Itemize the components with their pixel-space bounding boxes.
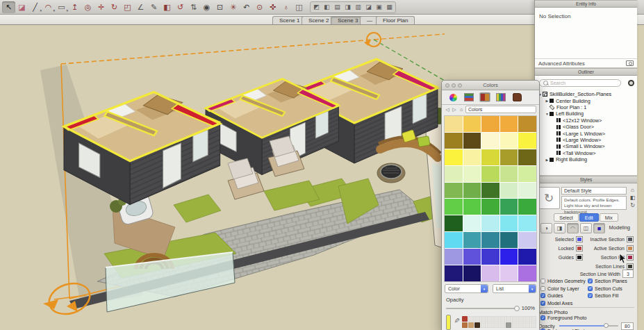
recent-color-well[interactable] [499, 322, 505, 328]
recent-color-well[interactable] [525, 316, 530, 322]
recent-color-well[interactable] [474, 316, 480, 322]
modeling-settings-icon[interactable]: ■ [593, 223, 605, 233]
color-swatch[interactable] [481, 116, 499, 132]
recent-color-well[interactable] [518, 322, 524, 328]
color-swatch[interactable] [445, 149, 463, 165]
color-swatch[interactable] [463, 199, 481, 215]
color-row-swatch[interactable] [576, 254, 583, 261]
color-swatch[interactable] [481, 215, 499, 231]
checkbox-checked[interactable]: ✓ [540, 301, 545, 306]
zoom-tool[interactable]: ◉ [200, 1, 213, 13]
color-swatch[interactable] [445, 133, 463, 149]
color-swatch[interactable] [481, 265, 499, 281]
color-sliders-icon[interactable] [463, 92, 474, 102]
list-dropdown[interactable]: List▾ [493, 284, 536, 293]
outliner-filter-icon[interactable] [628, 80, 634, 86]
color-swatch[interactable] [500, 249, 518, 265]
watermark-settings-icon[interactable]: ◫ [580, 223, 592, 233]
outliner-item[interactable]: ▶Center Building [535, 97, 637, 104]
view-bottom-tool[interactable]: ▣ [374, 3, 384, 12]
styles-tab-mix[interactable]: Mix [600, 213, 618, 222]
select-tool[interactable]: ↖ [2, 1, 15, 13]
color-row-swatch[interactable] [627, 236, 634, 242]
paint-style-icon[interactable]: ◧ [629, 195, 636, 201]
recent-color-well[interactable] [531, 316, 536, 322]
scale-tool[interactable]: ◰ [121, 1, 134, 13]
view-top-tool[interactable]: ◧ [322, 3, 332, 12]
checkbox-checked[interactable]: ✓ [540, 293, 545, 298]
color-swatch[interactable] [518, 232, 536, 248]
position-camera-tool[interactable]: ⊙ [253, 1, 266, 13]
advanced-attributes-label[interactable]: Advanced Attributes [538, 60, 585, 67]
checkbox-checked[interactable]: ✓ [588, 286, 593, 291]
scene-tab-floor-plan[interactable]: Floor Plan [376, 16, 415, 24]
recent-color-well[interactable] [487, 322, 493, 328]
recent-color-well[interactable] [512, 316, 518, 322]
palette-back-icon[interactable]: ◁ [445, 107, 450, 113]
outliner-item[interactable]: Floor Plan : 1 [535, 104, 637, 110]
close-icon[interactable] [445, 83, 449, 88]
view-left-tool[interactable]: ◪ [363, 3, 374, 12]
color-swatch[interactable] [518, 149, 536, 165]
section-plane-tool[interactable]: ◫ [292, 1, 306, 13]
expander-icon[interactable]: ▶ [545, 158, 550, 162]
color-swatch[interactable] [445, 249, 463, 265]
color-swatch[interactable] [481, 199, 499, 215]
expander-icon[interactable]: ▶ [545, 99, 550, 103]
outliner-item[interactable]: ▶Right Building [535, 156, 637, 163]
color-swatch[interactable] [500, 116, 518, 132]
zoom-extents-tool[interactable]: ✳ [226, 1, 240, 13]
color-swatch[interactable] [500, 215, 518, 231]
line-tool[interactable]: ╱▾ [28, 1, 42, 13]
crayons-icon[interactable] [511, 92, 522, 102]
recent-color-well[interactable] [506, 316, 511, 322]
color-swatch[interactable] [445, 265, 463, 281]
color-swatch[interactable] [445, 215, 463, 231]
color-swatch[interactable] [481, 166, 499, 182]
color-swatch[interactable] [463, 166, 481, 182]
slider-knob[interactable] [604, 323, 609, 328]
recent-color-well[interactable] [499, 316, 505, 322]
pan-tool[interactable]: ⇅ [187, 1, 200, 13]
style-thumbnail[interactable]: ↻ [538, 187, 560, 209]
color-swatch[interactable] [463, 133, 481, 149]
color-swatch[interactable] [463, 232, 481, 248]
advanced-attributes-toggle-icon[interactable] [626, 60, 634, 66]
recent-color-well[interactable] [512, 322, 518, 328]
color-swatch[interactable] [500, 199, 518, 215]
color-row-swatch[interactable] [627, 263, 634, 270]
opacity-slider[interactable] [446, 308, 519, 309]
view-back-tool[interactable]: ▥ [353, 3, 363, 12]
checkbox-checked[interactable]: ✓ [588, 279, 593, 283]
previous-view-tool[interactable]: ↶ [240, 1, 253, 13]
color-swatch[interactable] [463, 116, 481, 132]
section-line-width-field[interactable]: 3 [622, 270, 634, 278]
opacity-knob[interactable] [514, 306, 520, 311]
color-swatch[interactable] [463, 265, 481, 281]
color-swatch[interactable] [481, 183, 499, 199]
recent-color-well[interactable] [493, 322, 499, 328]
current-color-swatch[interactable] [446, 315, 451, 330]
recent-color-well[interactable] [506, 322, 511, 328]
color-swatch[interactable] [463, 183, 481, 199]
outliner-item[interactable]: <12x12 Window> [535, 117, 637, 124]
edge-settings-icon[interactable]: ◑ [540, 223, 552, 233]
detach-style-icon[interactable]: ⌂ [629, 187, 636, 193]
recent-color-well[interactable] [518, 316, 524, 322]
face-settings-icon[interactable]: ◨ [554, 223, 565, 233]
colors-titlebar[interactable]: Colors [442, 81, 539, 90]
color-swatch[interactable] [481, 249, 499, 265]
color-swatch[interactable] [500, 149, 518, 165]
view-iso-tool[interactable]: ◩ [311, 3, 322, 12]
color-swatch[interactable] [518, 183, 536, 199]
opacity-value-field[interactable]: 80 [621, 322, 634, 330]
outliner-item[interactable]: <Large L Window> [535, 130, 637, 136]
outliner-item[interactable]: <Tall Window> [535, 150, 637, 156]
color-swatch[interactable] [500, 166, 518, 182]
palette-name-field[interactable]: Colors [465, 106, 536, 113]
recent-color-well[interactable] [468, 316, 474, 322]
color-swatch[interactable] [518, 116, 536, 132]
outliner-item[interactable]: <Small L Window> [535, 143, 637, 149]
color-row-swatch[interactable] [576, 236, 583, 242]
outliner-search-input[interactable]: Search [539, 79, 621, 87]
